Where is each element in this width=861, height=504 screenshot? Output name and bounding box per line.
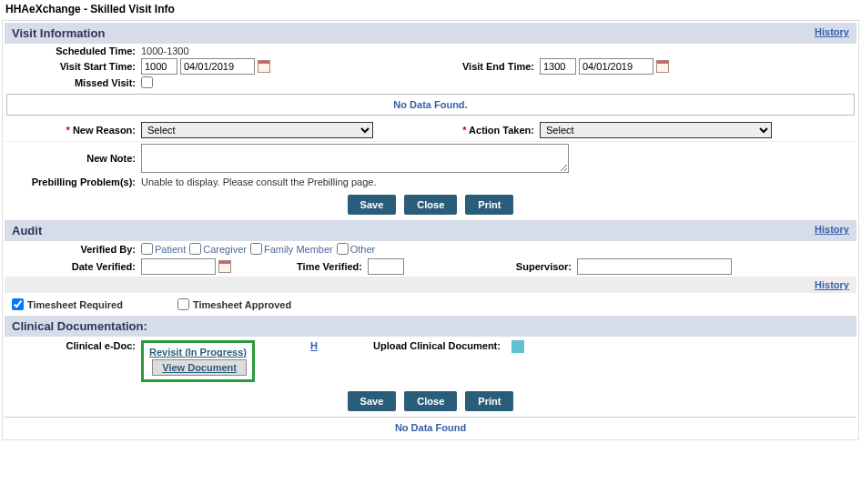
new-reason-label: * New Reason: xyxy=(5,125,141,136)
no-data-found-footer: No Data Found xyxy=(5,417,856,438)
date-verified-input[interactable] xyxy=(141,258,216,275)
new-note-row: New Note: xyxy=(5,142,856,175)
date-verified-label: Date Verified: xyxy=(5,261,141,272)
button-row-1: Save Close Print xyxy=(5,189,856,220)
timesheet-required-label: Timesheet Required xyxy=(27,299,123,310)
close-button[interactable]: Close xyxy=(404,391,457,411)
page-title: HHAeXchange - Skilled Visit Info xyxy=(0,0,861,18)
history-bar: History xyxy=(5,277,856,293)
calendar-icon[interactable] xyxy=(258,60,270,73)
view-document-button[interactable]: View Document xyxy=(152,359,247,376)
visit-end-date-input[interactable] xyxy=(579,58,653,75)
timesheet-row: Timesheet Required Timesheet Approved xyxy=(5,293,856,316)
family-checkbox[interactable] xyxy=(250,243,262,255)
missed-visit-checkbox[interactable] xyxy=(141,76,153,88)
action-taken-select[interactable]: Select xyxy=(540,122,772,138)
timesheet-approved-label: Timesheet Approved xyxy=(193,299,291,310)
clinical-edoc-label: Clinical e-Doc: xyxy=(5,340,141,351)
other-checkbox[interactable] xyxy=(337,243,349,255)
visit-start-date-input[interactable] xyxy=(180,58,255,75)
print-button[interactable]: Print xyxy=(465,195,513,215)
visit-end-time-input[interactable] xyxy=(540,58,576,75)
attachment-icon[interactable] xyxy=(512,340,524,353)
visit-info-header: Visit Information History xyxy=(5,23,856,44)
new-note-textarea[interactable] xyxy=(141,144,569,173)
audit-fields-row: Date Verified: Time Verified: Supervisor… xyxy=(5,257,856,277)
time-verified-input[interactable] xyxy=(368,258,404,275)
edoc-highlight-box: Revisit (In Progress) View Document xyxy=(141,340,255,382)
visit-start-label: Visit Start Time: xyxy=(5,61,141,72)
prebilling-row: Prebilling Problem(s): Unable to display… xyxy=(5,175,856,189)
new-reason-select[interactable]: Select xyxy=(141,122,373,138)
prebilling-label: Prebilling Problem(s): xyxy=(5,176,141,187)
audit-header: Audit History xyxy=(5,220,856,241)
caregiver-checkbox[interactable] xyxy=(189,243,201,255)
main-container: Visit Information History Scheduled Time… xyxy=(2,20,859,440)
save-button[interactable]: Save xyxy=(348,195,397,215)
scheduled-time-value: 1000-1300 xyxy=(141,45,189,56)
caregiver-option: Caregiver xyxy=(203,244,247,255)
family-option: Family Member xyxy=(264,244,333,255)
audit-header-text: Audit xyxy=(12,224,42,237)
calendar-icon[interactable] xyxy=(218,260,231,273)
clinical-edoc-row: Clinical e-Doc: Revisit (In Progress) Vi… xyxy=(5,337,856,386)
clinical-header: Clinical Documentation: xyxy=(5,316,856,337)
visit-start-time-input[interactable] xyxy=(141,58,177,75)
prebilling-text: Unable to display. Please consult the Pr… xyxy=(141,176,376,187)
no-data-found-box: No Data Found. xyxy=(6,94,855,116)
scheduled-time-row: Scheduled Time: 1000-1300 xyxy=(5,44,856,58)
supervisor-input[interactable] xyxy=(577,258,732,275)
verified-by-label: Verified By: xyxy=(5,244,141,255)
timesheet-approved-checkbox[interactable] xyxy=(177,298,189,310)
supervisor-label: Supervisor: xyxy=(441,261,577,272)
audit-history-link[interactable]: History xyxy=(815,224,849,235)
visit-info-header-text: Visit Information xyxy=(12,26,105,40)
button-row-2: Save Close Print xyxy=(5,386,856,417)
print-button[interactable]: Print xyxy=(465,391,513,411)
patient-checkbox[interactable] xyxy=(141,243,153,255)
h-link[interactable]: H xyxy=(310,340,318,351)
reason-action-row: * New Reason: Select * Action Taken: Sel… xyxy=(5,119,856,142)
upload-clinical-label: Upload Clinical Document: xyxy=(373,340,506,351)
action-taken-label: * Action Taken: xyxy=(430,125,540,136)
verified-by-row: Verified By: Patient Caregiver Family Me… xyxy=(5,241,856,257)
visit-times-row: Visit Start Time: Visit End Time: xyxy=(5,58,856,75)
calendar-icon[interactable] xyxy=(656,60,669,73)
scheduled-time-label: Scheduled Time: xyxy=(5,45,141,56)
revisit-link[interactable]: Revisit (In Progress) xyxy=(149,347,247,358)
close-button[interactable]: Close xyxy=(404,195,457,215)
clinical-header-text: Clinical Documentation: xyxy=(12,319,147,333)
missed-visit-label: Missed Visit: xyxy=(5,77,141,88)
new-note-label: New Note: xyxy=(5,153,141,164)
other-option: Other xyxy=(350,244,376,255)
visit-info-history-link[interactable]: History xyxy=(815,26,849,37)
patient-option: Patient xyxy=(155,244,186,255)
time-verified-label: Time Verified: xyxy=(249,261,368,272)
history-link[interactable]: History xyxy=(815,279,849,290)
missed-visit-row: Missed Visit: xyxy=(5,75,856,90)
save-button[interactable]: Save xyxy=(348,391,397,411)
visit-end-label: Visit End Time: xyxy=(430,61,540,72)
timesheet-required-checkbox[interactable] xyxy=(12,298,24,310)
